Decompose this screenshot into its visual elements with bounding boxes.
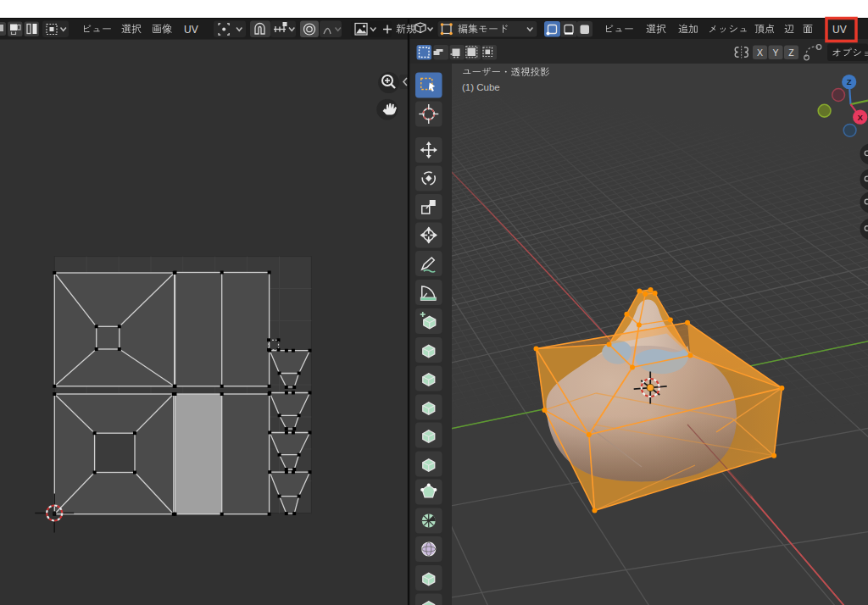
svg-text:UV: UV (832, 24, 847, 36)
svg-text:X: X (858, 113, 864, 122)
svg-text:Z: Z (788, 47, 794, 58)
svg-text:Y: Y (772, 47, 778, 58)
svg-text:(1) Cube: (1) Cube (462, 82, 500, 92)
svg-text:X: X (757, 47, 763, 58)
svg-text:UV: UV (184, 24, 198, 36)
svg-text:Z: Z (847, 77, 852, 86)
